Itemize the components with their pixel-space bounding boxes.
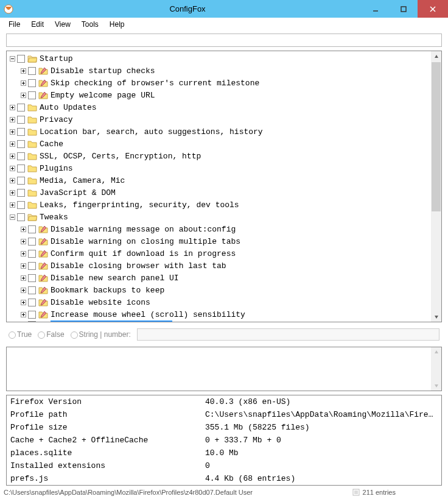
- tree-label: Auto Updates: [40, 103, 97, 112]
- svg-rect-54: [21, 263, 26, 268]
- checkbox[interactable]: [28, 311, 36, 319]
- details-scroll-up[interactable]: [431, 347, 441, 358]
- expand-icon[interactable]: [20, 92, 27, 99]
- tree-row[interactable]: Disable warning message on about:config: [9, 223, 429, 235]
- tree-row[interactable]: Skip checking of browser's current miles…: [9, 77, 429, 89]
- tree-row[interactable]: Disable website icons: [9, 296, 429, 308]
- tree-row[interactable]: Media, Camera, Mic: [9, 174, 429, 186]
- tree-row[interactable]: Privacy: [9, 113, 429, 126]
- tree-row[interactable]: Location bar, search, auto suggestions, …: [9, 126, 429, 138]
- expand-icon[interactable]: [9, 129, 16, 135]
- minimize-button[interactable]: [362, 0, 390, 18]
- folder-icon: [27, 127, 37, 136]
- details-scroll-down[interactable]: [431, 380, 441, 391]
- checkbox[interactable]: [28, 67, 36, 75]
- checkbox[interactable]: [17, 128, 25, 136]
- close-button[interactable]: [418, 0, 448, 18]
- tree-row[interactable]: Plugins: [9, 162, 429, 174]
- expand-icon[interactable]: [9, 55, 16, 62]
- checkbox[interactable]: [28, 79, 36, 87]
- details-panel: [6, 347, 442, 392]
- expand-icon[interactable]: [9, 104, 16, 111]
- value-input[interactable]: [137, 328, 439, 341]
- tree-row[interactable]: Startup: [9, 52, 429, 65]
- expand-icon[interactable]: [9, 153, 16, 160]
- checkbox[interactable]: [17, 55, 25, 63]
- expand-icon[interactable]: [20, 311, 27, 318]
- menu-file[interactable]: File: [4, 19, 25, 30]
- checkbox[interactable]: [28, 91, 36, 99]
- checkbox[interactable]: [28, 262, 36, 270]
- expand-icon[interactable]: [9, 141, 16, 147]
- radio-false[interactable]: False: [38, 330, 64, 339]
- tree-row[interactable]: JavaScript & DOM: [9, 186, 429, 199]
- expand-icon[interactable]: [9, 177, 16, 184]
- checkbox[interactable]: [28, 321, 36, 322]
- tree-row[interactable]: Bookmark backups to keep: [9, 284, 429, 296]
- menu-view[interactable]: View: [50, 19, 75, 30]
- expand-icon[interactable]: [20, 238, 27, 245]
- tree-label: Tweaks: [40, 213, 68, 222]
- expand-icon[interactable]: [20, 68, 27, 74]
- checkbox[interactable]: [28, 238, 36, 246]
- tree-row[interactable]: Cache: [9, 138, 429, 150]
- checkbox[interactable]: [28, 225, 36, 233]
- titlebar: ConfigFox: [0, 0, 448, 18]
- tree-row[interactable]: Increase mouse wheel (scroll) sensibilit…: [9, 308, 429, 320]
- info-places-key: places.sqlite: [10, 447, 205, 459]
- checkbox[interactable]: [17, 189, 25, 197]
- maximize-button[interactable]: [390, 0, 418, 18]
- menu-help[interactable]: Help: [105, 19, 130, 30]
- tree-row[interactable]: [9, 320, 429, 322]
- checkbox[interactable]: [28, 274, 36, 282]
- svg-rect-43: [10, 214, 15, 219]
- tree-row[interactable]: Confirm quit if download is in progress: [9, 247, 429, 260]
- checkbox[interactable]: [17, 140, 25, 148]
- expand-icon[interactable]: [20, 299, 27, 306]
- checkbox[interactable]: [28, 286, 36, 294]
- radio-string[interactable]: String | number:: [71, 330, 131, 339]
- expand-icon[interactable]: [9, 202, 16, 208]
- svg-rect-31: [10, 166, 15, 171]
- tree-row[interactable]: Disable new search panel UI: [9, 272, 429, 284]
- checkbox[interactable]: [17, 165, 25, 172]
- svg-rect-63: [21, 300, 26, 305]
- checkbox[interactable]: [28, 299, 36, 306]
- checkbox[interactable]: [17, 152, 25, 160]
- svg-rect-7: [21, 68, 26, 73]
- expand-icon[interactable]: [20, 80, 27, 87]
- tree-row[interactable]: Disable closing browser with last tab: [9, 260, 429, 272]
- tree-row[interactable]: SSL, OCSP, Certs, Encryption, http: [9, 150, 429, 162]
- scrollbar[interactable]: [431, 51, 441, 322]
- checkbox[interactable]: [17, 116, 25, 124]
- expand-icon[interactable]: [20, 250, 27, 257]
- checkbox[interactable]: [17, 201, 25, 209]
- expand-icon[interactable]: [9, 214, 16, 221]
- search-input[interactable]: [6, 34, 442, 47]
- tree-row[interactable]: Tweaks: [9, 211, 429, 223]
- scroll-up[interactable]: [431, 51, 441, 62]
- checkbox[interactable]: [17, 213, 25, 221]
- expand-icon[interactable]: [20, 263, 27, 269]
- tree-row[interactable]: Leaks, fingerprinting, security, dev too…: [9, 199, 429, 211]
- checkbox[interactable]: [28, 250, 36, 258]
- svg-rect-16: [10, 105, 15, 110]
- expand-icon[interactable]: [9, 165, 16, 172]
- scroll-thumb[interactable]: [432, 62, 441, 211]
- expand-icon[interactable]: [20, 287, 27, 294]
- tree-row[interactable]: Disable warning on closing multiple tabs: [9, 235, 429, 247]
- checkbox[interactable]: [17, 177, 25, 185]
- scroll-down[interactable]: [431, 311, 441, 322]
- menu-edit[interactable]: Edit: [26, 19, 49, 30]
- radio-true[interactable]: True: [9, 330, 32, 339]
- expand-icon[interactable]: [20, 322, 27, 322]
- expand-icon[interactable]: [20, 226, 27, 233]
- expand-icon[interactable]: [20, 275, 27, 281]
- tree-row[interactable]: Empty welcome page URL: [9, 89, 429, 101]
- checkbox[interactable]: [17, 104, 25, 111]
- expand-icon[interactable]: [9, 189, 16, 196]
- expand-icon[interactable]: [9, 116, 16, 123]
- menu-tools[interactable]: Tools: [77, 19, 103, 30]
- tree-row[interactable]: Disable startup checks: [9, 65, 429, 77]
- tree-row[interactable]: Auto Updates: [9, 101, 429, 113]
